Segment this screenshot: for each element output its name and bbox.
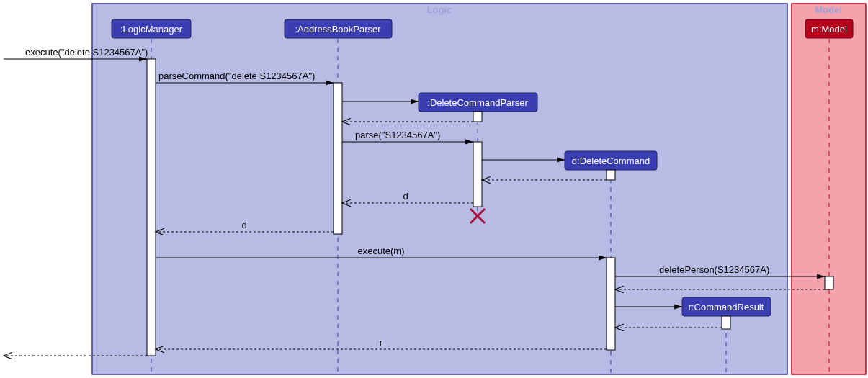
participant-addressbookparser-label: :AddressBookParser <box>295 24 381 35</box>
region-logic <box>92 4 787 374</box>
participant-deletecommand-label: d:DeleteCommand <box>572 156 650 166</box>
region-logic-label: Logic <box>427 4 452 15</box>
activation-deletecommandparser-1 <box>473 112 482 122</box>
participant-logicmanager-label: :LogicManager <box>120 24 183 35</box>
activation-logicmanager <box>147 59 156 356</box>
label-m6: execute(m) <box>357 246 404 256</box>
label-m4: d <box>403 191 408 202</box>
region-model-label: Model <box>815 4 842 15</box>
label-m1: execute("delete S1234567A") <box>25 47 148 58</box>
activation-deletecommand-1 <box>607 170 615 180</box>
activation-addressbookparser <box>334 83 342 234</box>
activation-deletecommandparser-2 <box>473 142 482 207</box>
label-m2: parseCommand("delete S1234567A") <box>158 71 315 81</box>
participant-model-label: m:Model <box>811 24 847 35</box>
label-m5: d <box>241 220 246 230</box>
activation-model <box>825 276 833 289</box>
label-m7: deletePerson(S1234567A) <box>659 264 769 275</box>
activation-commandresult <box>722 316 730 329</box>
activation-deletecommand-2 <box>607 258 615 350</box>
label-m3: parse("S1234567A") <box>355 130 440 140</box>
label-m8: r <box>380 337 383 348</box>
participant-deletecommandparser-label: :DeleteCommandParser <box>427 97 528 108</box>
participant-commandresult-label: r:CommandResult <box>689 302 764 312</box>
